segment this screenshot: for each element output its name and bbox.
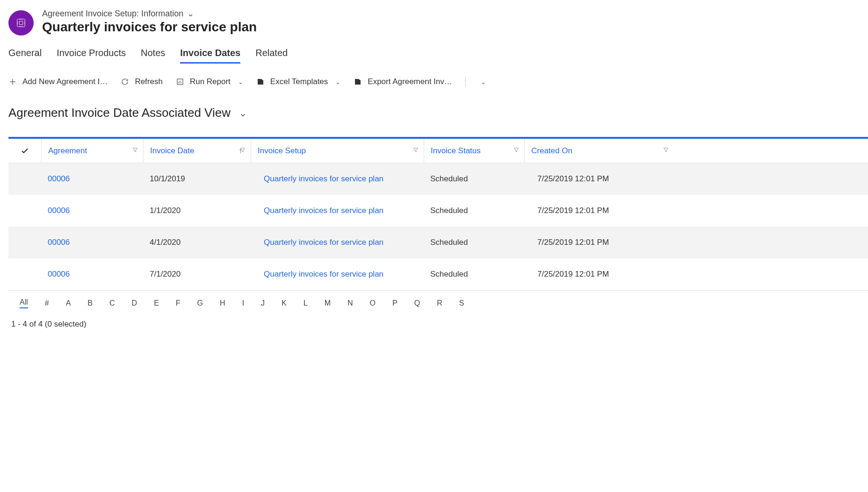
check-icon: [21, 147, 29, 155]
select-all-header[interactable]: [8, 139, 41, 163]
column-label: Invoice Status: [431, 146, 481, 156]
cell-agreement[interactable]: 00006: [41, 238, 143, 247]
table-row[interactable]: 000064/1/2020Quarterly invoices for serv…: [8, 227, 868, 258]
run-report-button[interactable]: Run Report ⌄: [176, 77, 243, 86]
column-header-created-on[interactable]: Created On: [524, 139, 674, 163]
excel-icon: [354, 78, 362, 86]
column-header-agreement[interactable]: Agreement: [41, 139, 143, 163]
alpha-g[interactable]: G: [197, 299, 203, 307]
alpha-j[interactable]: J: [261, 299, 265, 307]
cell-invoice-status: Scheduled: [424, 206, 524, 215]
alpha-c[interactable]: C: [109, 299, 115, 307]
column-header-invoice-date[interactable]: Invoice Date ↑: [143, 139, 251, 163]
cell-invoice-date: 7/1/2020: [143, 270, 251, 279]
filter-icon[interactable]: [513, 146, 520, 156]
column-label: Agreement: [48, 146, 87, 156]
tab-invoice-dates[interactable]: Invoice Dates: [180, 48, 240, 64]
tab-general[interactable]: General: [8, 48, 42, 64]
cell-invoice-setup[interactable]: Quarterly invoices for service plan: [251, 238, 424, 247]
table-row[interactable]: 000061/1/2020Quarterly invoices for serv…: [8, 195, 868, 227]
breadcrumb[interactable]: Agreement Invoice Setup: Information ⌄: [42, 8, 257, 19]
filter-icon[interactable]: [663, 146, 669, 156]
cell-agreement[interactable]: 00006: [41, 174, 143, 184]
filter-icon[interactable]: [412, 146, 419, 156]
chevron-down-icon: ⌄: [481, 78, 486, 86]
refresh-label: Refresh: [135, 77, 163, 86]
chevron-down-icon: ⌄: [239, 107, 247, 119]
alpha-n[interactable]: N: [347, 299, 353, 307]
cell-invoice-setup[interactable]: Quarterly invoices for service plan: [251, 206, 424, 215]
chevron-down-icon: ⌄: [187, 8, 194, 19]
alpha-k[interactable]: K: [282, 299, 287, 307]
cell-invoice-status: Scheduled: [424, 174, 524, 184]
alpha-q[interactable]: Q: [414, 299, 420, 307]
excel-templates-label: Excel Templates: [270, 77, 328, 86]
alpha-index-bar: All#ABCDEFGHIJKLMNOPQRS: [8, 290, 868, 313]
entity-icon: [8, 10, 34, 36]
cell-created-on: 7/25/2019 12:01 PM: [524, 174, 674, 184]
cell-invoice-status: Scheduled: [424, 270, 524, 279]
tabs: General Invoice Products Notes Invoice D…: [8, 48, 868, 64]
chevron-down-icon: ⌄: [238, 78, 243, 86]
alpha-m[interactable]: M: [325, 299, 331, 307]
alpha-i[interactable]: I: [242, 299, 244, 307]
alpha-l[interactable]: L: [304, 299, 308, 307]
alpha-e[interactable]: E: [154, 299, 159, 307]
cell-created-on: 7/25/2019 12:01 PM: [524, 238, 674, 247]
refresh-icon: [121, 78, 129, 86]
column-label: Invoice Setup: [258, 146, 306, 156]
excel-templates-button[interactable]: Excel Templates ⌄: [256, 77, 340, 86]
cell-created-on: 7/25/2019 12:01 PM: [524, 206, 674, 215]
column-header-invoice-status[interactable]: Invoice Status: [424, 139, 524, 163]
cell-agreement[interactable]: 00006: [41, 270, 143, 279]
alpha-all[interactable]: All: [20, 298, 28, 308]
alpha-h[interactable]: H: [220, 299, 225, 307]
svg-rect-0: [17, 19, 25, 27]
export-button[interactable]: Export Agreement Inv…: [354, 77, 452, 86]
tab-notes[interactable]: Notes: [141, 48, 165, 64]
alpha-b[interactable]: B: [87, 299, 93, 307]
view-title-label: Agreement Invoice Date Associated View: [8, 106, 231, 120]
alpha-f[interactable]: F: [176, 299, 181, 307]
filter-icon[interactable]: [239, 146, 246, 156]
alpha-p[interactable]: P: [392, 299, 398, 307]
cell-invoice-date: 10/1/2019: [143, 174, 251, 184]
run-report-label: Run Report: [190, 77, 231, 86]
alpha-a[interactable]: A: [66, 299, 71, 307]
grid-header: Agreement Invoice Date ↑ Invoice Setup I…: [8, 139, 868, 163]
column-header-invoice-setup[interactable]: Invoice Setup: [251, 139, 424, 163]
data-grid: Agreement Invoice Date ↑ Invoice Setup I…: [8, 137, 868, 313]
add-new-button[interactable]: Add New Agreement I…: [8, 77, 108, 86]
filter-icon[interactable]: [132, 146, 138, 156]
separator: [465, 77, 466, 87]
cell-agreement[interactable]: 00006: [41, 206, 143, 215]
cell-invoice-status: Scheduled: [424, 238, 524, 247]
chevron-down-icon: ⌄: [335, 78, 340, 86]
cell-invoice-setup[interactable]: Quarterly invoices for service plan: [251, 270, 424, 279]
table-row[interactable]: 000067/1/2020Quarterly invoices for serv…: [8, 258, 868, 290]
alpha-s[interactable]: S: [459, 299, 464, 307]
command-bar: Add New Agreement I… Refresh Run Report …: [8, 77, 868, 87]
refresh-button[interactable]: Refresh: [121, 77, 163, 86]
page-title: Quarterly invoices for service plan: [42, 20, 257, 35]
page-header: Agreement Invoice Setup: Information ⌄ Q…: [8, 8, 868, 36]
cell-created-on: 7/25/2019 12:01 PM: [524, 270, 674, 279]
excel-icon: [256, 78, 265, 86]
tab-invoice-products[interactable]: Invoice Products: [57, 48, 126, 64]
alpha-o[interactable]: O: [370, 299, 376, 307]
table-row[interactable]: 0000610/1/2019Quarterly invoices for ser…: [8, 163, 868, 195]
plus-icon: [8, 78, 17, 86]
cell-invoice-setup[interactable]: Quarterly invoices for service plan: [251, 174, 424, 184]
alpha-d[interactable]: D: [132, 299, 137, 307]
column-label: Invoice Date: [150, 146, 195, 156]
report-icon: [176, 78, 184, 86]
view-selector[interactable]: Agreement Invoice Date Associated View ⌄: [8, 106, 868, 120]
alpha-#[interactable]: #: [45, 299, 49, 307]
column-label: Created On: [531, 146, 572, 156]
tab-related[interactable]: Related: [255, 48, 288, 64]
alpha-r[interactable]: R: [437, 299, 442, 307]
breadcrumb-label: Agreement Invoice Setup: Information: [42, 9, 183, 19]
add-new-label: Add New Agreement I…: [22, 77, 108, 86]
record-count-status: 1 - 4 of 4 (0 selected): [8, 313, 868, 335]
more-commands-button[interactable]: ⌄: [479, 78, 486, 86]
